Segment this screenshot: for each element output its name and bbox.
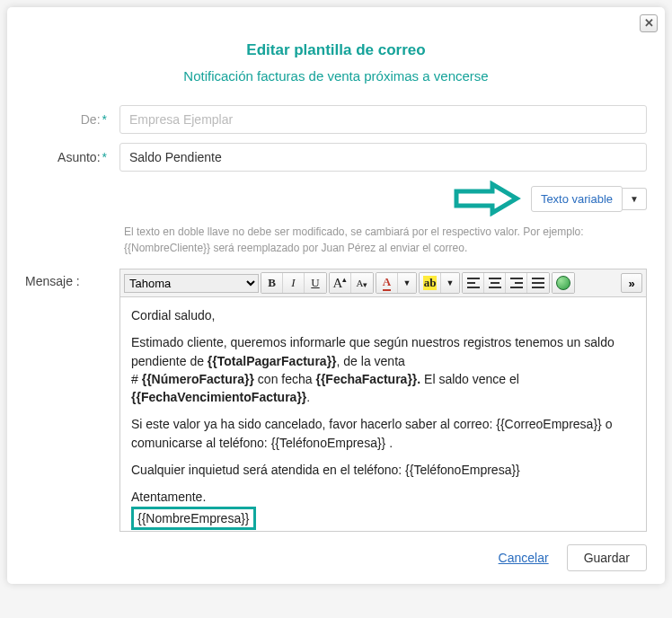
variable-dropdown-caret[interactable]: ▼ — [623, 188, 647, 210]
rich-text-editor: Tahoma B I U A▴ A▾ A ▼ ab ▼ — [119, 269, 647, 532]
save-button[interactable]: Guardar — [567, 544, 647, 571]
from-input[interactable] — [119, 105, 647, 134]
subject-row: Asunto:* — [25, 143, 647, 172]
font-color-button[interactable]: A — [376, 273, 398, 293]
cancel-link[interactable]: Cancelar — [499, 551, 549, 565]
modal-title: Editar plantilla de correo — [25, 41, 647, 59]
from-label: De:* — [25, 112, 119, 127]
close-button[interactable]: ✕ — [640, 14, 658, 32]
subject-label: Asunto:* — [25, 150, 119, 164]
company-name-highlight: {{NombreEmpresa}} — [131, 507, 256, 530]
align-left-button[interactable] — [463, 273, 484, 293]
modal-subtitle: Notificación facturas de venta próximas … — [25, 68, 647, 84]
variable-text-button[interactable]: Texto variable — [531, 186, 623, 212]
modal-footer: Cancelar Guardar — [25, 544, 647, 571]
font-shrink-button[interactable]: A▾ — [351, 273, 373, 293]
align-center-button[interactable] — [484, 273, 506, 293]
align-justify-button[interactable] — [527, 273, 549, 293]
underline-button[interactable]: U — [305, 273, 326, 293]
highlight-button[interactable]: ab — [420, 273, 441, 293]
insert-image-button[interactable] — [553, 273, 574, 293]
subject-input[interactable] — [119, 143, 647, 172]
font-grow-button[interactable]: A▴ — [330, 273, 351, 293]
editor-content[interactable]: Cordial saludo, Estimado cliente, querem… — [120, 297, 646, 531]
message-label: Mensaje : — [25, 269, 119, 532]
bold-button[interactable]: B — [261, 273, 283, 293]
align-right-button[interactable] — [506, 273, 527, 293]
email-template-modal: ✕ Editar plantilla de correo Notificació… — [7, 7, 665, 584]
italic-button[interactable]: I — [283, 273, 305, 293]
editor-toolbar: Tahoma B I U A▴ A▾ A ▼ ab ▼ — [120, 269, 646, 297]
highlight-caret[interactable]: ▼ — [441, 273, 459, 293]
more-tools-button[interactable]: » — [621, 273, 642, 293]
hint-text: El texto en doble llave no debe ser modi… — [124, 224, 647, 256]
arrow-icon — [452, 181, 524, 216]
from-row: De:* — [25, 105, 647, 134]
font-select[interactable]: Tahoma — [124, 274, 259, 293]
variable-row: Texto variable ▼ — [25, 181, 647, 216]
message-row: Mensaje : Tahoma B I U A▴ A▾ A ▼ — [25, 269, 647, 532]
globe-icon — [556, 276, 570, 290]
font-color-caret[interactable]: ▼ — [398, 273, 416, 293]
